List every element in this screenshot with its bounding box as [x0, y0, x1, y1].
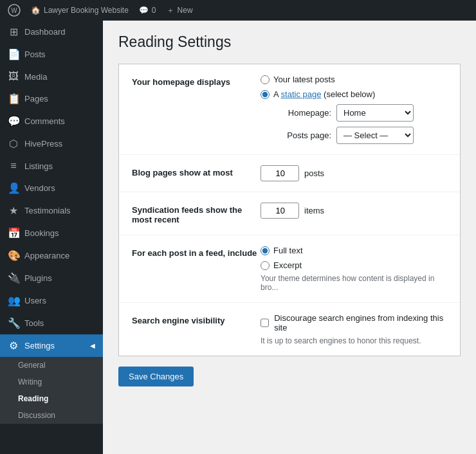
blog-pages-control: posts [261, 165, 447, 181]
sidebar-item-bookings[interactable]: 📅 Bookings [0, 222, 103, 244]
sidebar-item-posts[interactable]: 📄 Posts [0, 43, 103, 66]
sidebar-item-label: Dashboard [24, 27, 66, 37]
excerpt-radio[interactable] [261, 261, 270, 270]
content-area: Reading Settings Your homepage displays … [103, 21, 476, 454]
syndication-row: Syndication feeds show the most recent i… [119, 192, 460, 235]
save-area: Save Changes [118, 367, 461, 386]
sidebar-item-label: Pages [24, 94, 48, 104]
latest-posts-option[interactable]: Your latest posts [261, 75, 447, 84]
appearance-icon: 🎨 [8, 250, 19, 262]
visibility-checkbox[interactable] [261, 318, 269, 327]
sidebar-item-users[interactable]: 👥 Users [0, 289, 103, 312]
sidebar-item-pages[interactable]: 📋 Pages [0, 87, 103, 110]
homepage-select[interactable]: Home Sample Page — Select — [336, 104, 414, 122]
posts-page-select-label: Posts page: [273, 131, 331, 140]
blog-pages-number-row: posts [261, 165, 447, 181]
blog-pages-row: Blog pages show at most posts [119, 155, 460, 192]
sidebar-item-label: Media [24, 72, 47, 82]
static-page-option[interactable]: A static page (select below) [261, 89, 447, 99]
listings-icon: ≡ [8, 160, 19, 172]
homepage-displays-row: Your homepage displays Your latest posts… [119, 64, 460, 155]
wp-logo-item[interactable]: W [8, 4, 21, 17]
sidebar: ⊞ Dashboard 📄 Posts 🖼 Media 📋 Pages 💬 Co… [0, 21, 103, 454]
latest-posts-label: Your latest posts [273, 75, 335, 84]
sidebar-item-label: Bookings [24, 228, 59, 238]
sidebar-item-dashboard[interactable]: ⊞ Dashboard [0, 21, 103, 43]
plus-icon: ＋ [167, 5, 174, 16]
sidebar-item-listings[interactable]: ≡ Listings [0, 155, 103, 177]
feed-hint: Your theme determines how content is dis… [261, 274, 447, 292]
syndication-control: items [261, 203, 447, 219]
comment-icon: 💬 [139, 6, 149, 15]
excerpt-option[interactable]: Excerpt [261, 260, 447, 270]
sidebar-item-tools[interactable]: 🔧 Tools [0, 312, 103, 334]
submenu-label: Reading [18, 394, 48, 403]
syndication-number-row: items [261, 203, 447, 219]
full-text-option[interactable]: Full text [261, 246, 447, 255]
static-page-radio[interactable] [261, 90, 270, 99]
media-icon: 🖼 [8, 71, 19, 82]
submenu-item-writing[interactable]: Writing [0, 374, 103, 390]
sidebar-item-label: Plugins [24, 273, 52, 283]
homepage-displays-control: Your latest posts A static page (select … [261, 75, 447, 144]
static-page-link[interactable]: static page [281, 89, 322, 99]
latest-posts-radio[interactable] [261, 75, 270, 84]
visibility-checkbox-row: Discourage search engines from indexing … [261, 313, 447, 332]
comments-icon: 💬 [8, 115, 19, 127]
new-item[interactable]: ＋ New [167, 5, 193, 16]
sidebar-item-label: HivePress [24, 139, 62, 149]
feed-row: For each post in a feed, include Full te… [119, 235, 460, 303]
submenu-item-reading[interactable]: Reading [0, 390, 103, 407]
visibility-row: Search engine visibility Discourage sear… [119, 303, 460, 356]
save-changes-button[interactable]: Save Changes [118, 367, 194, 386]
homepage-select-label: Homepage: [273, 108, 331, 118]
posts-icon: 📄 [8, 48, 19, 60]
comments-count: 0 [152, 6, 156, 15]
visibility-hint: It is up to search engines to honor this… [261, 336, 447, 345]
static-page-label: A static page (select below) [273, 89, 375, 99]
sidebar-item-plugins[interactable]: 🔌 Plugins [0, 267, 103, 289]
settings-icon: ⚙ [8, 340, 19, 352]
site-name-item[interactable]: 🏠 Lawyer Booking Website [31, 6, 129, 15]
sidebar-item-settings[interactable]: ⚙ Settings ◀ [0, 334, 103, 357]
excerpt-label: Excerpt [273, 260, 302, 270]
blog-pages-suffix: posts [304, 168, 324, 178]
syndication-label: Syndication feeds show the most recent [132, 203, 261, 224]
plugins-icon: 🔌 [8, 272, 19, 284]
comments-item[interactable]: 💬 0 [139, 6, 156, 15]
sidebar-item-media[interactable]: 🖼 Media [0, 66, 103, 87]
pages-icon: 📋 [8, 93, 19, 105]
syndication-suffix: items [304, 206, 324, 215]
homepage-radio-group: Your latest posts A static page (select … [261, 75, 447, 99]
main-layout: ⊞ Dashboard 📄 Posts 🖼 Media 📋 Pages 💬 Co… [0, 21, 476, 454]
settings-submenu: General Writing Reading Discussion [0, 357, 103, 424]
feed-label: For each post in a feed, include [132, 246, 261, 258]
settings-form: Your homepage displays Your latest posts… [118, 64, 461, 356]
submenu-item-discussion[interactable]: Discussion [0, 407, 103, 424]
syndication-input[interactable] [261, 203, 299, 219]
testimonials-icon: ★ [8, 204, 19, 217]
submenu-item-general[interactable]: General [0, 357, 103, 374]
full-text-label: Full text [273, 246, 303, 255]
sidebar-item-label: Comments [24, 116, 65, 126]
homepage-select-row: Homepage: Home Sample Page — Select — [261, 104, 447, 122]
sidebar-item-label: Appearance [24, 251, 69, 260]
sidebar-item-hivepress[interactable]: ⬡ HivePress [0, 132, 103, 155]
hivepress-icon: ⬡ [8, 138, 19, 150]
submenu-label: General [18, 361, 46, 370]
bookings-icon: 📅 [8, 227, 19, 239]
homepage-displays-label: Your homepage displays [132, 75, 261, 87]
site-name: Lawyer Booking Website [44, 6, 129, 15]
topbar: W 🏠 Lawyer Booking Website 💬 0 ＋ New [0, 0, 476, 21]
blog-pages-input[interactable] [261, 165, 299, 181]
sidebar-item-comments[interactable]: 💬 Comments [0, 110, 103, 132]
full-text-radio[interactable] [261, 246, 270, 255]
sidebar-item-testimonials[interactable]: ★ Testimonials [0, 199, 103, 222]
sidebar-item-vendors[interactable]: 👤 Vendors [0, 177, 103, 199]
visibility-control: Discourage search engines from indexing … [261, 313, 447, 345]
new-label: New [178, 6, 193, 15]
sidebar-item-appearance[interactable]: 🎨 Appearance [0, 244, 103, 267]
posts-page-select[interactable]: — Select — Blog Home [336, 127, 414, 144]
dashboard-icon: ⊞ [8, 26, 19, 38]
sidebar-item-label: Tools [24, 318, 44, 328]
